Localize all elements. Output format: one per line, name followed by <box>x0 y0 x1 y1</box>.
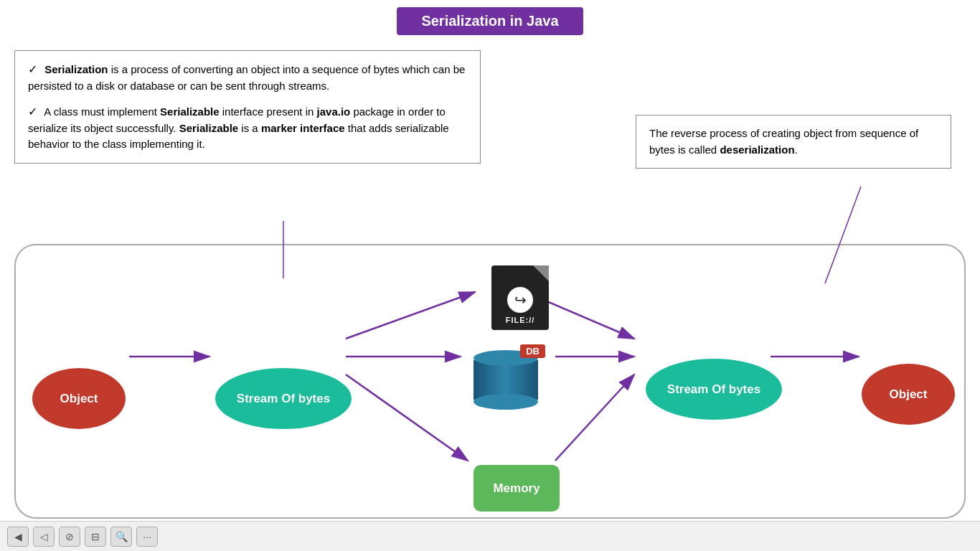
object-right-label: Object <box>890 387 928 402</box>
marker-interface-term: marker interface <box>261 122 345 134</box>
stream-right-label: Stream Of bytes <box>667 382 760 397</box>
serializable-term1: Serializable <box>160 105 220 118</box>
db-node: DB <box>473 350 538 410</box>
object-left-label: Object <box>60 392 98 406</box>
deserialization-term: deserialization <box>720 143 794 156</box>
text-box-right: The reverse process of creating object f… <box>636 115 951 169</box>
nav-grid-button[interactable]: ⊟ <box>85 527 106 547</box>
stream-left-node: Stream Of bytes <box>215 368 352 429</box>
javaio-term: java.io <box>317 105 351 118</box>
nav-prev-button[interactable]: ◁ <box>33 527 55 547</box>
bottom-nav: ◀ ◁ ⊘ ⊟ 🔍 ··· <box>0 521 980 551</box>
db-bottom <box>473 394 538 410</box>
object-right-node: Object <box>862 364 955 425</box>
object-left-node: Object <box>32 368 126 429</box>
stream-left-label: Stream Of bytes <box>237 392 330 406</box>
text-box-left: ✓ Serialization is a process of converti… <box>14 50 481 164</box>
file-arrow-icon: ↪ <box>507 287 533 313</box>
nav-back-button[interactable]: ◀ <box>7 527 29 547</box>
svg-line-4 <box>346 375 468 461</box>
nav-zoom-button[interactable]: 🔍 <box>110 527 132 547</box>
page-title: Serialization in Java <box>397 7 583 35</box>
db-badge: DB <box>520 344 545 358</box>
serialization-term: Serialization <box>44 63 108 75</box>
para2-start: A class must implement <box>44 105 160 118</box>
memory-node: Memory <box>473 465 560 512</box>
serializable-term2: Serializable <box>179 122 239 134</box>
svg-line-7 <box>555 375 634 461</box>
svg-line-2 <box>346 292 475 339</box>
stream-right-node: Stream Of bytes <box>646 359 782 420</box>
nav-more-button[interactable]: ··· <box>136 527 158 547</box>
para2-mid3: is a <box>238 122 261 134</box>
memory-label: Memory <box>493 481 540 496</box>
para2-mid1: interface present in <box>220 105 317 118</box>
nav-edit-button[interactable]: ⊘ <box>59 527 80 547</box>
file-label: FILE:// <box>506 316 535 324</box>
file-icon: ↪ FILE:// <box>491 265 549 330</box>
text-right-end: . <box>795 143 798 156</box>
